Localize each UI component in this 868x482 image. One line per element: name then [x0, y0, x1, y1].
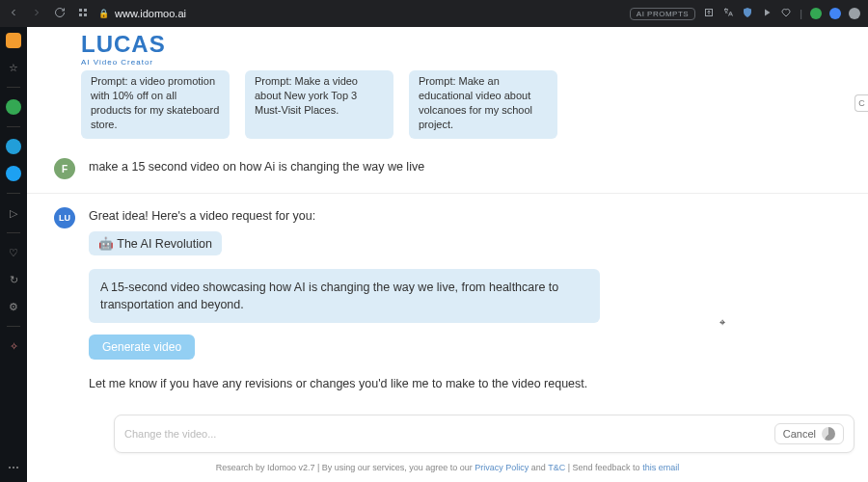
shield-icon[interactable] [742, 7, 753, 20]
logo-subtitle: AI Video Creator [81, 58, 868, 67]
video-description: A 15-second video showcasing how AI is c… [89, 269, 600, 323]
footer: Research by Idomoo v2.7 | By using our s… [27, 463, 868, 472]
spinner-icon [822, 427, 835, 441]
svg-marker-6 [765, 10, 771, 16]
svg-rect-3 [84, 13, 87, 16]
left-rail: ☆ ▷ ♡ ↻ ⚙ ✧ ⋯ [0, 27, 27, 482]
prompt-card-text: Prompt: a video promotion with 10% off o… [91, 75, 219, 130]
divider [27, 193, 868, 194]
user-message-text: make a 15 second video on how Ai is chan… [89, 158, 424, 176]
prompt-card-text: Prompt: Make an educational video about … [419, 75, 532, 130]
user-message-row: F make a 15 second video on how Ai is ch… [27, 148, 868, 189]
ai-prompts-button[interactable]: AI PROMPTS [630, 8, 695, 20]
user-avatar: F [54, 158, 75, 179]
wand-icon[interactable]: ✧ [6, 338, 21, 354]
more-icon[interactable]: ⋯ [8, 461, 19, 474]
logo-title: LUCAS [81, 33, 868, 56]
clock-icon[interactable]: ↻ [6, 272, 21, 287]
prompt-card-text: Prompt: Make a video about New york Top … [255, 75, 358, 116]
cancel-label: Cancel [783, 428, 816, 440]
profile-avatar-icon[interactable] [849, 8, 860, 19]
revision-note: Let me know if you have any revisions or… [89, 377, 600, 390]
gear-icon[interactable]: ⚙ [6, 299, 21, 314]
url-bar[interactable]: 🔒 www.idomoo.ai [98, 8, 186, 19]
heart-icon[interactable]: ♡ [6, 245, 21, 260]
star-icon[interactable]: ☆ [6, 60, 21, 75]
share-icon[interactable] [703, 7, 715, 20]
prompt-card[interactable]: Prompt: Make an educational video about … [409, 70, 557, 139]
collapse-handle[interactable]: C [854, 94, 868, 112]
rail-app-icon[interactable] [6, 33, 21, 48]
svg-rect-1 [84, 9, 87, 12]
bot-intro-text: Great idea! Here's a video request for y… [89, 207, 600, 226]
tc-link[interactable]: T&C [548, 463, 565, 472]
app-main: LUCAS AI Video Creator Prompt: a video p… [27, 27, 868, 482]
bot-avatar: LU [54, 207, 75, 228]
extension-icon[interactable] [810, 8, 822, 19]
privacy-link[interactable]: Privacy Policy [475, 463, 529, 472]
back-icon[interactable] [8, 7, 19, 20]
svg-rect-0 [79, 9, 82, 12]
bookmark-icon[interactable] [780, 7, 792, 20]
browser-chrome: 🔒 www.idomoo.ai AI PROMPTS | [0, 0, 868, 27]
rail-twitter-icon[interactable] [6, 166, 21, 181]
lock-icon: 🔒 [98, 9, 109, 18]
translate-icon[interactable] [722, 7, 734, 20]
play-icon[interactable] [761, 7, 773, 20]
url-text: www.idomoo.ai [115, 8, 186, 19]
logo: LUCAS AI Video Creator [27, 27, 868, 68]
play-icon[interactable]: ▷ [6, 205, 21, 221]
composer: Cancel [114, 415, 854, 453]
rail-whatsapp-icon[interactable] [6, 99, 21, 115]
video-title-chip[interactable]: 🤖 The AI Revolution [89, 231, 222, 255]
reload-icon[interactable] [54, 7, 66, 20]
prompt-card[interactable]: Prompt: a video promotion with 10% off o… [81, 70, 230, 139]
forward-icon[interactable] [31, 7, 42, 20]
rail-telegram-icon[interactable] [6, 139, 21, 154]
svg-rect-2 [79, 13, 82, 16]
feedback-email-link[interactable]: this email [642, 463, 679, 472]
cancel-button[interactable]: Cancel [774, 423, 844, 444]
generate-video-button[interactable]: Generate video [89, 335, 195, 360]
composer-input[interactable] [124, 428, 765, 440]
bot-message-row: LU Great idea! Here's a video request fo… [27, 198, 868, 400]
prompt-card[interactable]: Prompt: Make a video about New york Top … [245, 70, 393, 139]
extension-icon[interactable] [829, 8, 841, 19]
apps-icon[interactable] [77, 7, 89, 20]
